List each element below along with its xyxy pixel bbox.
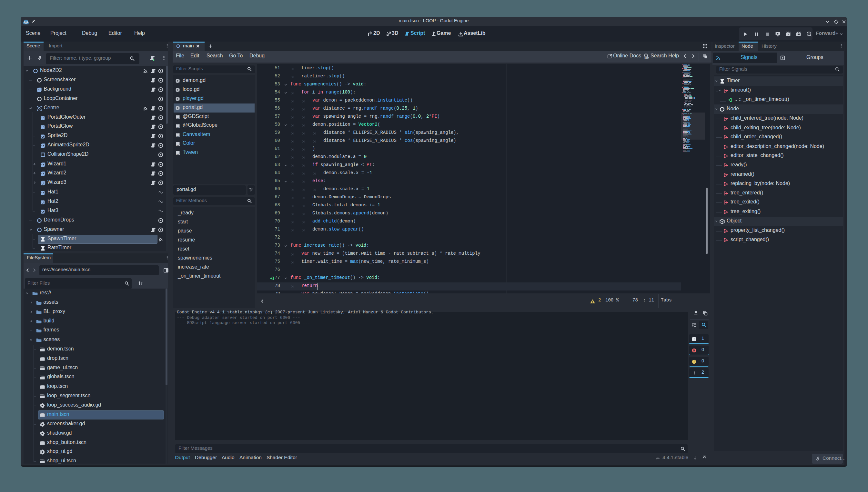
svg-text:DOC: DOC — [177, 136, 179, 137]
svg-text:DOC: DOC — [645, 57, 649, 59]
svg-text:DOC: DOC — [177, 154, 179, 155]
svg-text:DOC: DOC — [177, 127, 179, 128]
svg-text:DOC: DOC — [177, 145, 179, 146]
svg-text:DOC: DOC — [177, 118, 179, 119]
